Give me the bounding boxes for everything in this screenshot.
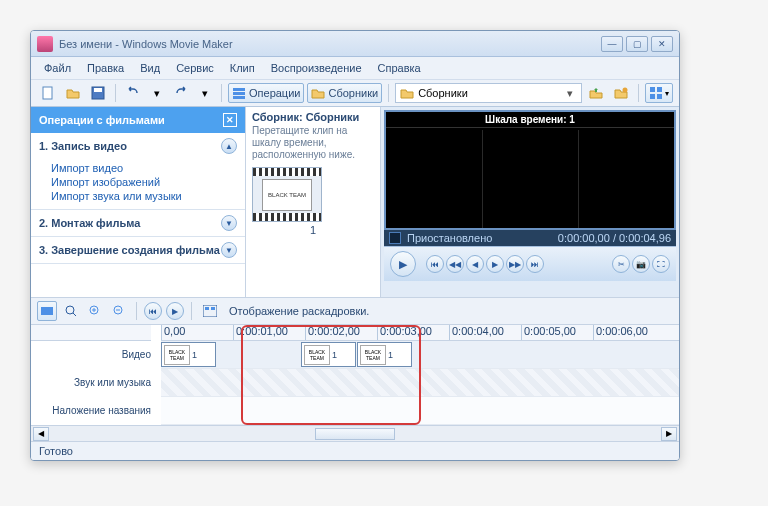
play-button[interactable]: ▶	[390, 251, 416, 277]
task-section-capture[interactable]: 1. Запись видео ▲	[31, 133, 245, 159]
title-track[interactable]	[161, 397, 679, 425]
svg-rect-11	[41, 307, 53, 315]
tick: 0:00:06,00	[593, 325, 665, 340]
task-section-finish[interactable]: 3. Завершение создания фильма ▼	[31, 237, 245, 263]
new-button[interactable]	[37, 83, 59, 103]
time-ruler[interactable]: 0,00 0:00:01,00 0:00:02,00 0:00:03,00 0:…	[161, 325, 679, 341]
undo-dropdown[interactable]: ▾	[147, 83, 167, 103]
snapshot-button[interactable]: 📷	[632, 255, 650, 273]
track-label-video: Видео	[31, 341, 151, 369]
svg-rect-7	[650, 87, 655, 92]
close-button[interactable]: ✕	[651, 36, 673, 52]
forward-button[interactable]: ▶▶	[506, 255, 524, 273]
video-clip[interactable]: BLACK TEAM 1	[301, 342, 356, 367]
clip-thumb: BLACK TEAM	[164, 345, 190, 365]
svg-rect-19	[203, 305, 217, 317]
folder-icon	[400, 86, 414, 100]
frame-back-button[interactable]: ◀	[466, 255, 484, 273]
task-section-edit[interactable]: 2. Монтаж фильма ▼	[31, 210, 245, 236]
frame-forward-button[interactable]: ▶	[486, 255, 504, 273]
timeline-toolbar: ⏮ ▶ Отображение раскадровки.	[31, 297, 679, 325]
clip-name: 1	[192, 350, 197, 360]
collapse-icon: ▲	[221, 138, 237, 154]
prev-clip-button[interactable]: ⏮	[426, 255, 444, 273]
clip-thumb: BLACK TEAM	[360, 345, 386, 365]
video-clip[interactable]: BLACK TEAM 1	[161, 342, 216, 367]
minimize-button[interactable]: —	[601, 36, 623, 52]
menu-play[interactable]: Воспроизведение	[264, 60, 369, 76]
link-import-images[interactable]: Импорт изображений	[51, 175, 245, 189]
svg-rect-21	[211, 307, 215, 310]
open-button[interactable]	[62, 83, 84, 103]
menu-clip[interactable]: Клип	[223, 60, 262, 76]
view-button[interactable]: ▾	[645, 83, 673, 103]
app-icon	[37, 36, 53, 52]
video-track[interactable]: BLACK TEAM 1 BLACK TEAM 1 BLACK TEAM 1	[161, 341, 679, 369]
task-pane-title: Операции с фильмами	[39, 114, 165, 126]
preview-pane: Шкала времени: 1 Приостановлено 0:00:00,…	[381, 107, 679, 297]
storyboard-toggle[interactable]	[37, 301, 57, 321]
video-clip[interactable]: BLACK TEAM 1	[357, 342, 412, 367]
menu-help[interactable]: Справка	[371, 60, 428, 76]
svg-rect-9	[650, 94, 655, 99]
rewind-button[interactable]: ◀◀	[446, 255, 464, 273]
undo-button[interactable]	[122, 83, 144, 103]
scroll-left-button[interactable]: ◀	[33, 427, 49, 441]
maximize-button[interactable]: ▢	[626, 36, 648, 52]
task-pane: Операции с фильмами ✕ 1. Запись видео ▲ …	[31, 107, 246, 297]
svg-line-13	[73, 313, 76, 316]
titlebar: Без имени - Windows Movie Maker — ▢ ✕	[31, 31, 679, 57]
redo-button[interactable]	[170, 83, 192, 103]
collection-title: Сборник: Сборники	[252, 111, 374, 123]
scroll-thumb[interactable]	[315, 428, 395, 440]
tasks-button[interactable]: Операции	[228, 83, 304, 103]
menu-edit[interactable]: Правка	[80, 60, 131, 76]
svg-rect-0	[43, 87, 52, 99]
redo-dropdown[interactable]: ▾	[195, 83, 215, 103]
preview-monitor: Шкала времени: 1	[384, 110, 676, 230]
collections-button[interactable]: Сборники	[307, 83, 382, 103]
zoom-out-button[interactable]	[109, 301, 129, 321]
toolbar: ▾ ▾ Операции Сборники Сборники ▾ ▾	[31, 80, 679, 107]
combo-value: Сборники	[418, 87, 468, 99]
scroll-right-button[interactable]: ▶	[661, 427, 677, 441]
clip-thumbnail[interactable]: BLACK TEAM	[252, 167, 322, 222]
svg-point-6	[623, 88, 628, 93]
menu-tools[interactable]: Сервис	[169, 60, 221, 76]
expand-icon: ▼	[221, 242, 237, 258]
tick: 0:00:01,00	[233, 325, 305, 340]
storyboard-view-button[interactable]	[199, 301, 221, 321]
task-section-2-title: 2. Монтаж фильма	[39, 217, 140, 229]
menu-view[interactable]: Вид	[133, 60, 167, 76]
split-button[interactable]: ✂	[612, 255, 630, 273]
menu-file[interactable]: Файл	[37, 60, 78, 76]
task-pane-close[interactable]: ✕	[223, 113, 237, 127]
tick: 0:00:04,00	[449, 325, 521, 340]
task-section-3-title: 3. Завершение создания фильма	[39, 244, 220, 256]
horizontal-scrollbar[interactable]: ◀ ▶	[31, 425, 679, 441]
timeline-rewind-button[interactable]: ⏮	[144, 302, 162, 320]
combo-dropdown-icon[interactable]: ▾	[563, 87, 577, 100]
save-button[interactable]	[87, 83, 109, 103]
track-label-title: Наложение названия	[31, 397, 151, 425]
link-import-video[interactable]: Импорт видео	[51, 161, 245, 175]
new-folder-button[interactable]	[610, 83, 632, 103]
zoom-in-button[interactable]	[85, 301, 105, 321]
timeline-pane: ⏮ ▶ Отображение раскадровки. Видео Звук …	[31, 297, 679, 441]
fullscreen-button[interactable]: ⛶	[652, 255, 670, 273]
preview-time: 0:00:00,00 / 0:00:04,96	[558, 232, 671, 244]
svg-rect-10	[657, 94, 662, 99]
link-import-audio[interactable]: Импорт звука или музыки	[51, 189, 245, 203]
status-bar: Готово	[31, 441, 679, 460]
track-area[interactable]: 0,00 0:00:01,00 0:00:02,00 0:00:03,00 0:…	[161, 325, 679, 425]
up-level-button[interactable]	[585, 83, 607, 103]
next-clip-button[interactable]: ⏭	[526, 255, 544, 273]
svg-rect-2	[94, 88, 102, 92]
collection-combo[interactable]: Сборники ▾	[395, 83, 582, 103]
zoom-fit-button[interactable]	[61, 301, 81, 321]
preview-status: Приостановлено	[407, 232, 492, 244]
svg-point-12	[66, 306, 74, 314]
status-text: Готово	[39, 445, 73, 457]
audio-track[interactable]	[161, 369, 679, 397]
timeline-play-button[interactable]: ▶	[166, 302, 184, 320]
